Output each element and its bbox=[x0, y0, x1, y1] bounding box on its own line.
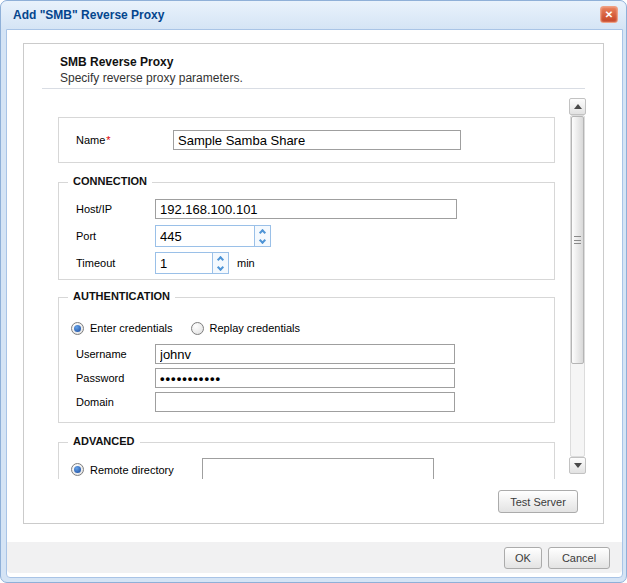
close-icon: ✕ bbox=[605, 9, 613, 20]
password-label: Password bbox=[76, 372, 155, 384]
enter-credentials-radio[interactable] bbox=[71, 322, 84, 335]
timeout-spin-down-button[interactable] bbox=[213, 263, 228, 273]
window-title: Add "SMB" Reverse Proxy bbox=[13, 8, 164, 22]
dialog-window: Add "SMB" Reverse Proxy ✕ SMB Reverse Pr… bbox=[0, 0, 627, 583]
domain-label: Domain bbox=[76, 396, 155, 408]
titlebar[interactable]: Add "SMB" Reverse Proxy ✕ bbox=[1, 1, 626, 29]
cancel-button[interactable]: Cancel bbox=[548, 547, 610, 569]
name-label: Name* bbox=[76, 134, 173, 146]
connection-group: CONNECTION Host/IP Port bbox=[58, 182, 555, 280]
replay-credentials-radio[interactable] bbox=[191, 322, 204, 335]
scroll-up-arrow-icon bbox=[574, 104, 582, 109]
replay-credentials-label: Replay credentials bbox=[210, 322, 301, 334]
timeout-input[interactable] bbox=[156, 253, 212, 273]
form-scroll-viewport: Name* CONNECTION Host/IP Port bbox=[58, 102, 555, 479]
timeout-row: Timeout min bbox=[59, 252, 554, 274]
password-input[interactable] bbox=[155, 368, 455, 388]
timeout-spin-up-button[interactable] bbox=[213, 253, 228, 263]
required-asterisk: * bbox=[106, 134, 110, 146]
name-input[interactable] bbox=[173, 130, 461, 150]
advanced-group: ADVANCED Remote directory bbox=[58, 442, 555, 479]
remote-directory-label: Remote directory bbox=[90, 464, 202, 476]
chevron-up-icon bbox=[259, 229, 266, 236]
chevron-down-icon bbox=[259, 236, 266, 243]
scrollbar[interactable] bbox=[569, 98, 586, 474]
port-spin-up-button[interactable] bbox=[255, 226, 270, 236]
chevron-down-icon bbox=[217, 263, 224, 270]
remote-directory-input[interactable] bbox=[202, 458, 434, 479]
scrollbar-grip-icon bbox=[574, 236, 581, 244]
timeout-unit-label: min bbox=[237, 257, 255, 269]
scrollbar-thumb[interactable] bbox=[571, 116, 584, 364]
remote-directory-row: Remote directory bbox=[59, 458, 554, 479]
header-separator bbox=[42, 88, 585, 89]
host-input[interactable] bbox=[155, 199, 457, 219]
enter-credentials-label: Enter credentials bbox=[90, 322, 173, 334]
port-row: Port bbox=[59, 225, 554, 247]
scroll-down-button[interactable] bbox=[569, 457, 586, 474]
panel-title: SMB Reverse Proxy bbox=[60, 55, 173, 69]
authentication-legend: AUTHENTICATION bbox=[68, 290, 175, 302]
username-row: Username bbox=[59, 344, 554, 364]
host-label: Host/IP bbox=[76, 203, 155, 215]
ok-button[interactable]: OK bbox=[504, 547, 542, 569]
name-group: Name* bbox=[58, 117, 555, 163]
credentials-radio-row: Enter credentials Replay credentials bbox=[59, 320, 554, 336]
host-row: Host/IP bbox=[59, 198, 554, 220]
domain-row: Domain bbox=[59, 392, 554, 412]
scroll-up-button[interactable] bbox=[569, 98, 586, 115]
port-input[interactable] bbox=[156, 226, 254, 246]
advanced-legend: ADVANCED bbox=[68, 435, 140, 447]
timeout-spin-buttons bbox=[212, 253, 228, 273]
port-spin-buttons bbox=[254, 226, 270, 246]
scrollbar-track[interactable] bbox=[570, 115, 585, 457]
scroll-down-arrow-icon bbox=[574, 463, 582, 468]
form-panel: SMB Reverse Proxy Specify reverse proxy … bbox=[23, 43, 604, 524]
username-input[interactable] bbox=[155, 344, 455, 364]
port-spin-down-button[interactable] bbox=[255, 236, 270, 246]
timeout-spinner bbox=[155, 252, 229, 274]
close-button[interactable]: ✕ bbox=[600, 6, 618, 23]
test-server-button[interactable]: Test Server bbox=[498, 490, 578, 513]
port-spinner bbox=[155, 225, 271, 247]
authentication-group: AUTHENTICATION Enter credentials Replay … bbox=[58, 297, 555, 423]
password-row: Password bbox=[59, 368, 554, 388]
connection-legend: CONNECTION bbox=[68, 175, 152, 187]
footer-bar: OK Cancel bbox=[7, 542, 622, 573]
domain-input[interactable] bbox=[155, 392, 455, 412]
port-label: Port bbox=[76, 230, 155, 242]
panel-subtitle: Specify reverse proxy parameters. bbox=[60, 71, 243, 85]
username-label: Username bbox=[76, 348, 155, 360]
timeout-label: Timeout bbox=[76, 257, 155, 269]
remote-directory-radio[interactable] bbox=[71, 463, 84, 476]
chevron-up-icon bbox=[217, 256, 224, 263]
